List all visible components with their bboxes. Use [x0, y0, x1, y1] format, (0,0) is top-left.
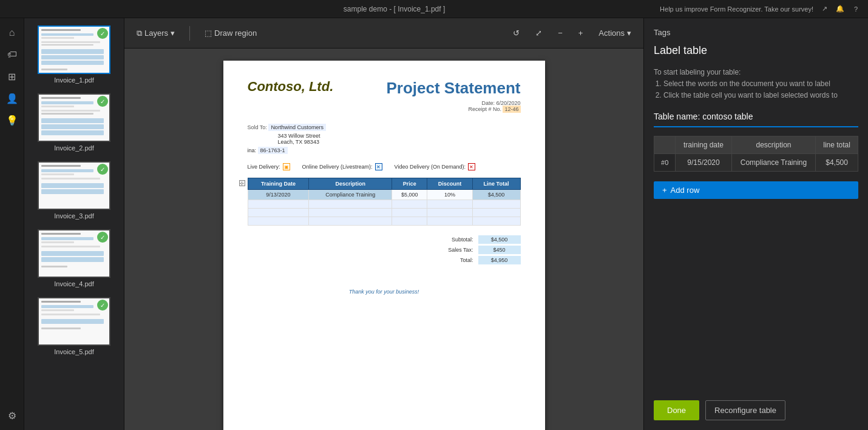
- total-label: Total:: [431, 257, 473, 263]
- file-name-2: Invoice_2.pdf: [54, 144, 93, 152]
- file-thumbnail-4: ✓: [38, 229, 110, 278]
- th-rownum: [654, 136, 676, 153]
- th-training-date: training date: [676, 136, 731, 153]
- subtotal-row: Subtotal: $4,500: [431, 235, 521, 244]
- action-buttons: Done Reconfigure table: [654, 400, 858, 420]
- nav-home[interactable]: ⌂: [2, 23, 22, 42]
- file-check-1: ✓: [97, 28, 108, 39]
- ira-value: 86-1763-1: [258, 147, 288, 154]
- top-bar: sample demo - [ Invoice_1.pdf ] Help us …: [0, 0, 868, 18]
- history-button[interactable]: ↺: [508, 25, 524, 41]
- icon-nav: ⌂ 🏷 ⊞ 👤 💡 ⚙: [0, 18, 24, 430]
- actions-label: Actions: [598, 29, 625, 38]
- file-name-3: Invoice_3.pdf: [54, 212, 93, 220]
- file-check-4: ✓: [97, 232, 108, 243]
- th-discount: Discount: [427, 178, 472, 190]
- delivery-live-icon: ▣: [283, 163, 290, 170]
- layers-icon: ⧉: [137, 29, 142, 38]
- file-thumbnail-2: ✓: [38, 93, 110, 142]
- nav-grid[interactable]: ⊞: [2, 67, 22, 86]
- sold-to-section: Sold To: Northwind Customers 343 Willow …: [248, 124, 521, 153]
- layers-label: Layers: [144, 29, 168, 38]
- table-row: 9/13/2020 Compliance Training $5,000 10%…: [248, 190, 520, 200]
- layers-chevron-icon: ▾: [171, 29, 175, 38]
- main-layout: ⌂ 🏷 ⊞ 👤 💡 ⚙ ✓: [0, 18, 868, 430]
- table-grip[interactable]: ⊹: [239, 178, 246, 226]
- table-row-empty-3: [248, 217, 520, 226]
- invoice-table: Training Date Description Price Discount…: [248, 178, 521, 226]
- file-item-invoice5[interactable]: ✓ Invoice_5.pdf: [27, 295, 121, 358]
- delivery-online: Online Delivery (Livestream): ✕: [302, 163, 382, 170]
- td-training-date: 9/13/2020: [248, 190, 309, 200]
- td-empty: [427, 217, 472, 226]
- nav-lightbulb[interactable]: 💡: [2, 110, 22, 130]
- td-empty: [392, 209, 427, 217]
- invoice-document: Contoso, Ltd. Project Statement Date: 6/…: [223, 61, 545, 430]
- zoom-out-button[interactable]: −: [553, 25, 568, 41]
- tags-section-title: Tags: [654, 28, 858, 37]
- ira-row: ina: 86-1763-1: [248, 147, 521, 153]
- td-discount: 10%: [427, 190, 472, 200]
- file-thumbnail-5: ✓: [38, 297, 110, 346]
- td-empty: [248, 209, 309, 217]
- th-training-date: Training Date: [248, 178, 309, 190]
- add-row-button[interactable]: + Add row: [654, 181, 858, 199]
- invoice-table-wrap: ⊹ Training Date Description Price Discou…: [248, 178, 521, 226]
- invoice-footer: Thank you for your business!: [248, 289, 521, 295]
- th-description: Description: [309, 178, 392, 190]
- invoice-logo: Contoso, Ltd.: [248, 79, 334, 95]
- invoice-title: Project Statement: [386, 79, 520, 98]
- label-table-row: #0 9/15/2020 Compliance Training $4,500: [654, 153, 858, 171]
- delivery-video-label: Video Delivery (On Demand):: [395, 164, 466, 170]
- td-empty: [248, 200, 309, 209]
- top-bar-right: Help us improve Form Recognizer. Take ou…: [660, 4, 861, 14]
- help-text: Help us improve Form Recognizer. Take ou…: [660, 5, 813, 13]
- nav-settings[interactable]: ⚙: [2, 406, 22, 425]
- th-price: Price: [392, 178, 427, 190]
- doc-scroll[interactable]: Contoso, Ltd. Project Statement Date: 6/…: [124, 49, 643, 430]
- file-check-5: ✓: [97, 300, 108, 311]
- delivery-video-icon: ✕: [468, 163, 475, 170]
- td-empty: [472, 209, 520, 217]
- label-td-line-total[interactable]: $4,500: [816, 153, 858, 171]
- help-icon[interactable]: ?: [851, 4, 861, 14]
- zoom-in-button[interactable]: +: [574, 25, 588, 41]
- sales-tax-label: Sales Tax:: [431, 247, 473, 253]
- td-empty: [427, 200, 472, 209]
- file-item-invoice4[interactable]: ✓ Invoice_4.pdf: [27, 227, 121, 290]
- actions-button[interactable]: Actions ▾: [594, 25, 636, 41]
- file-check-2: ✓: [97, 96, 108, 107]
- fullscreen-button[interactable]: ⤢: [531, 25, 547, 41]
- label-td-training-date[interactable]: 9/15/2020: [676, 153, 731, 171]
- label-td-description[interactable]: Compliance Training: [731, 153, 815, 171]
- sales-tax-row: Sales Tax: $450: [431, 246, 521, 254]
- td-empty: [472, 217, 520, 226]
- nav-person[interactable]: 👤: [2, 89, 22, 108]
- file-item-invoice3[interactable]: ✓ Invoice_3.pdf: [27, 159, 121, 222]
- done-button[interactable]: Done: [654, 400, 699, 420]
- td-description: Compliance Training: [309, 190, 392, 200]
- receipt-value: 12-46: [503, 106, 520, 113]
- td-price: $5,000: [392, 190, 427, 200]
- sold-to-label: Sold To:: [248, 124, 267, 130]
- file-thumbnail-3: ✓: [38, 161, 110, 210]
- instructions-intro: To start labeling your table:: [654, 68, 741, 76]
- file-panel: ✓ Invoice_1.pdf ✓ Invoice_2.pdf: [24, 18, 124, 430]
- tags-panel: Tags Label table To start labeling your …: [643, 18, 868, 430]
- nav-document[interactable]: [2, 258, 22, 278]
- draw-region-button[interactable]: ⬚ Draw region: [200, 25, 262, 41]
- label-table-grid: training date description line total #0 …: [654, 136, 858, 172]
- nav-tag[interactable]: 🏷: [2, 45, 22, 64]
- file-item-invoice2[interactable]: ✓ Invoice_2.pdf: [27, 91, 121, 154]
- file-item-invoice1[interactable]: ✓ Invoice_1.pdf: [27, 23, 121, 86]
- reconfigure-button[interactable]: Reconfigure table: [705, 400, 785, 420]
- td-empty: [309, 217, 392, 226]
- external-link-icon[interactable]: ↗: [819, 4, 829, 14]
- file-name-4: Invoice_4.pdf: [54, 280, 93, 287]
- instruction-step1: Select the words on the document you wan…: [663, 78, 858, 90]
- layers-button[interactable]: ⧉ Layers ▾: [132, 25, 180, 41]
- notifications-icon[interactable]: 🔔: [835, 4, 845, 14]
- td-empty: [427, 209, 472, 217]
- td-empty: [309, 209, 392, 217]
- draw-region-icon: ⬚: [205, 29, 212, 38]
